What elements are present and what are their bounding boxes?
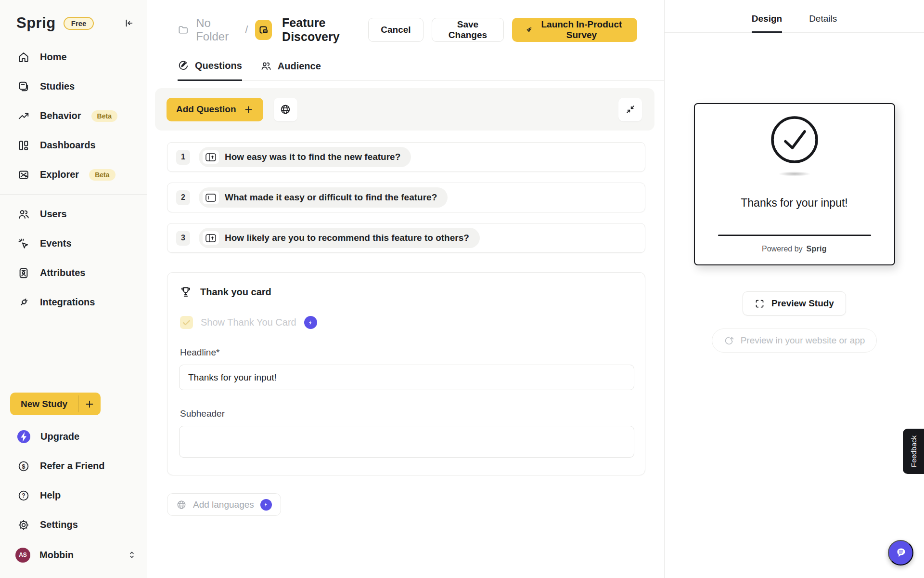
sidebar-item-users[interactable]: Users [0, 199, 147, 229]
sidebar-item-events[interactable]: Events [0, 229, 147, 258]
tab-design[interactable]: Design [752, 13, 782, 33]
sidebar-item-label: Users [40, 209, 67, 220]
sidebar: Sprig Free Home Studies Behavior Beta Da… [0, 0, 147, 578]
question-pill[interactable]: How easy was it to find the new feature? [199, 147, 411, 167]
languages-button[interactable] [274, 98, 297, 121]
globe-icon [176, 499, 187, 510]
sidebar-item-label: Dashboards [40, 140, 96, 151]
sidebar-item-label: Studies [40, 81, 75, 92]
chevron-up-down-icon [128, 550, 136, 560]
sidebar-item-attributes[interactable]: Attributes [0, 258, 147, 288]
subheader-input[interactable] [179, 426, 634, 458]
preview-panel: Design Details Thanks for your input! Po… [664, 0, 924, 578]
beta-badge: Beta [91, 110, 117, 122]
preview-in-app-button[interactable]: Preview in your website or app [712, 328, 877, 353]
sidebar-item-label: Home [40, 52, 67, 63]
sidebar-item-refer-a-friend[interactable]: $ Refer a Friend [0, 451, 147, 481]
sidebar-item-home[interactable]: Home [0, 42, 147, 72]
help-icon: ? [17, 489, 30, 502]
sidebar-item-studies[interactable]: Studies [0, 72, 147, 101]
question-row-3[interactable]: 3 How likely are you to recommend this f… [167, 223, 645, 253]
page-title: Feature Discovery [282, 16, 368, 44]
breadcrumb: No Folder / Feature Discovery [178, 16, 368, 44]
feedback-tab[interactable]: Feedback [903, 429, 924, 474]
launch-survey-button[interactable]: Launch In-Product Survey [512, 18, 637, 42]
check-shadow [779, 171, 810, 176]
breadcrumb-separator: / [245, 24, 248, 36]
sidebar-item-label: Refer a Friend [40, 460, 104, 472]
question-number: 2 [176, 190, 190, 205]
tab-details[interactable]: Details [809, 13, 837, 32]
preview-tabs: Design Details [665, 0, 924, 33]
breadcrumb-folder[interactable]: No Folder [196, 16, 238, 43]
tab-questions[interactable]: Questions [178, 60, 242, 81]
headline-input[interactable] [179, 365, 634, 390]
home-icon [17, 51, 30, 64]
collapse-sidebar-button[interactable] [122, 16, 136, 30]
builder-tabs: Questions Audience [178, 60, 664, 81]
header-actions: Cancel Save Changes Launch In-Product Su… [368, 18, 637, 42]
add-languages-label: Add languages [193, 499, 254, 510]
powered-by-text: Powered by [762, 245, 803, 253]
sidebar-item-upgrade[interactable]: Upgrade [0, 422, 147, 451]
app-root: Sprig Free Home Studies Behavior Beta Da… [0, 0, 924, 578]
tab-audience[interactable]: Audience [260, 60, 321, 80]
sidebar-item-label: Help [40, 490, 61, 501]
open-text-icon [203, 191, 219, 204]
launch-survey-label: Launch In-Product Survey [539, 19, 624, 40]
sidebar-item-label: Attributes [40, 267, 85, 278]
sidebar-item-label: Settings [40, 519, 78, 530]
question-row-2[interactable]: 2 What made it easy or difficult to find… [167, 183, 645, 212]
sidebar-footer: New Study Upgrade $ Refer a Friend ? Hel… [0, 393, 147, 578]
tab-questions-label: Questions [195, 60, 242, 71]
dollar-circle-icon: $ [17, 460, 30, 473]
sprig-logo: Sprig [16, 14, 56, 32]
collapse-diagonal-icon [625, 104, 636, 115]
new-study-label: New Study [10, 393, 78, 415]
survey-type-icon [255, 20, 272, 40]
account-switcher[interactable]: AS Mobbin [0, 539, 147, 570]
question-pill[interactable]: What made it easy or difficult to find t… [199, 187, 448, 208]
users-icon [17, 208, 30, 221]
page-header: No Folder / Feature Discovery Cancel Sav… [147, 0, 664, 44]
studies-icon [17, 80, 30, 93]
headline-label: Headline* [180, 347, 633, 358]
chat-fab[interactable] [888, 540, 913, 565]
sidebar-item-label: Events [40, 238, 72, 249]
question-pill[interactable]: How likely are you to recommend this fea… [199, 228, 480, 248]
add-question-button[interactable]: Add Question [167, 98, 263, 121]
question-row-1[interactable]: 1 How easy was it to find the new featur… [167, 142, 645, 172]
audience-icon [260, 60, 272, 72]
dashboards-icon [17, 139, 30, 152]
plan-badge: Free [64, 17, 94, 30]
show-thank-you-checkbox[interactable] [180, 316, 193, 329]
show-thank-you-label: Show Thank You Card [201, 317, 296, 328]
avatar: AS [15, 548, 30, 563]
save-changes-button[interactable]: Save Changes [432, 18, 504, 42]
preview-study-label: Preview Study [771, 298, 834, 309]
upsell-bolt-icon[interactable] [304, 316, 317, 329]
add-question-label: Add Question [176, 104, 236, 115]
collapse-sidebar-icon [124, 18, 134, 28]
attributes-icon [17, 267, 30, 279]
account-name: Mobbin [39, 550, 74, 561]
collapse-questions-button[interactable] [618, 98, 642, 121]
upsell-bolt-icon [260, 499, 272, 511]
sidebar-item-explorer[interactable]: Explorer Beta [0, 160, 147, 189]
preview-study-button[interactable]: Preview Study [743, 291, 846, 315]
sidebar-item-integrations[interactable]: Integrations [0, 288, 147, 317]
sidebar-item-dashboards[interactable]: Dashboards [0, 131, 147, 160]
sidebar-divider [0, 194, 147, 195]
sidebar-item-help[interactable]: ? Help [0, 481, 147, 510]
question-text: How likely are you to recommend this fea… [225, 233, 469, 243]
new-study-button[interactable]: New Study [10, 393, 101, 415]
sidebar-item-behavior[interactable]: Behavior Beta [0, 101, 147, 131]
cancel-button[interactable]: Cancel [368, 18, 423, 42]
powered-by: Powered by Sprig [695, 245, 894, 253]
sidebar-item-settings[interactable]: Settings [0, 510, 147, 539]
add-languages-button[interactable]: Add languages [167, 493, 281, 516]
globe-icon [280, 104, 291, 115]
check-icon [183, 320, 190, 326]
new-study-plus-segment[interactable] [78, 393, 101, 415]
question-text: What made it easy or difficult to find t… [225, 192, 437, 203]
